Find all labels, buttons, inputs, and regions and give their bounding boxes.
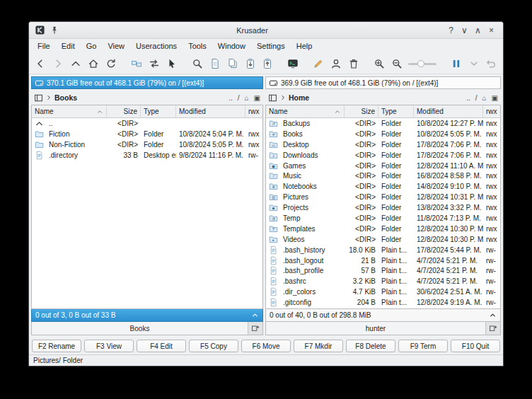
menu-useractions[interactable]: Useractions [130,40,183,52]
panel-media-icon[interactable] [34,93,43,103]
root-mode-button[interactable] [328,55,345,72]
file-row[interactable]: ..<DIR> [32,118,262,129]
file-row[interactable]: ●Games<DIR>Folder12/8/2024 11:10 A. M.rw… [266,161,500,171]
new-tab-button[interactable] [486,322,500,335]
reload-button[interactable] [103,55,120,72]
file-row[interactable]: ≡Books<DIR>Folder10/8/2024 5:05 P. M.rwx [266,129,500,139]
find-button[interactable] [189,55,205,72]
pin-icon[interactable] [49,25,60,36]
popup-panel-button[interactable]: ▣ [254,94,260,102]
back-button[interactable] [33,55,49,72]
rename-button[interactable] [311,55,327,72]
file-row[interactable]: ▭Desktop<DIR>Folder17/8/2024 7:06 P. M.r… [266,139,500,150]
icon-size-slider[interactable] [406,55,439,72]
terminal-button[interactable] [285,55,301,72]
titlebar[interactable]: Krusader ?∨∧× [29,22,503,39]
file-rows[interactable]: ↺Backups<DIR>Folder10/8/2024 12:27 P. M.… [266,118,500,308]
panel-media-icon[interactable] [268,93,277,103]
file-row[interactable]: ▨Pictures<DIR>Folder12/8/2024 10:31 P. M… [266,192,500,202]
file-row[interactable]: Non-Fiction<DIR>Folder10/8/2024 5:05 P. … [32,139,262,150]
f6-button[interactable]: F6 Move [241,340,291,352]
column-header-rwx[interactable]: rwx [483,105,500,117]
disk-usage-bar[interactable]: 369.9 GiB free out of 468.1 GiB (79%) on… [265,76,501,89]
panel-tab[interactable]: hunter [266,322,486,335]
menu-tools[interactable]: Tools [183,40,212,52]
home-dir-button[interactable]: ⌂ [482,94,487,102]
swap-panels-button[interactable] [146,55,163,72]
status-collapse-button[interactable] [251,311,259,319]
maximize-button[interactable]: ∧ [471,25,485,35]
menu-edit[interactable]: Edit [56,40,81,52]
menu-window[interactable]: Window [212,40,251,52]
column-header-type[interactable]: Type [141,105,176,117]
home-dir-button[interactable]: ⌂ [245,94,249,102]
parent-dir-button[interactable]: .. [229,94,233,102]
menu-settings[interactable]: Settings [251,40,291,52]
popup-panel-button[interactable]: ▣ [492,94,498,102]
file-row[interactable]: .bash_history18.0 KiBPlain t...17/8/2024… [266,245,500,255]
column-header-type[interactable]: Type [378,105,414,117]
panel-tab[interactable]: Books [32,322,248,335]
file-row[interactable]: ≣Notebooks<DIR>Folder14/8/2024 9:10 P. M… [266,181,500,192]
f4-button[interactable]: F4 Edit [137,340,186,352]
f7-button[interactable]: F7 Mkdir [294,340,343,352]
status-collapse-button[interactable] [489,311,497,319]
zoom-in-button[interactable] [371,55,388,72]
file-row[interactable]: .bash_profile57 BPlain t...4/7/2024 5:21… [266,265,500,276]
column-header-name[interactable]: Name [266,105,345,117]
menu-file[interactable]: File [32,40,56,52]
help-button[interactable]: ? [444,25,458,35]
root-dir-button[interactable]: / [475,94,478,102]
up-button[interactable] [68,55,84,72]
zoom-out-button[interactable] [388,55,405,72]
f3-button[interactable]: F3 View [84,340,134,352]
minimize-button[interactable]: ∨ [458,25,471,35]
column-header-size[interactable]: Size [345,105,378,117]
copy-to-clipboard-button[interactable] [260,55,276,72]
file-row[interactable]: .directory33 BDesktop en...9/8/2024 11:1… [32,150,262,161]
column-header-modified[interactable]: Modified [414,105,483,117]
new-file-button[interactable] [207,55,223,72]
file-row[interactable]: ♪Music<DIR>Folder16/8/2024 8:58 P. M.rwx [266,170,500,181]
file-row[interactable]: .bashrc3.2 KiBPlain t...4/7/2024 5:21 P.… [266,276,500,287]
close-button[interactable]: × [485,25,498,35]
parent-dir-button[interactable]: .. [466,94,470,102]
menu-view[interactable]: View [102,40,130,52]
start-program-button[interactable] [163,55,180,72]
file-row[interactable]: ↓Downloads<DIR>Folder17/8/2024 7:06 P. M… [266,150,500,161]
file-row[interactable]: ▸Videos<DIR>Folder12/8/2024 10:30 P. M.r… [266,234,500,245]
copy-button[interactable] [224,55,241,72]
f9-button[interactable]: F9 Term [398,340,448,352]
f8-button[interactable]: F8 Delete [346,340,395,352]
disk-usage-bar[interactable]: 370.1 GiB free out of 468.1 GiB (79%) on… [31,76,263,89]
file-row[interactable]: TTemplates<DIR>Folder12/8/2024 10:30 P. … [266,224,500,234]
equal-panels-button[interactable] [129,55,145,72]
column-header-modified[interactable]: Modified [176,105,245,117]
file-row[interactable]: Fiction<DIR>Folder10/8/2024 5:04 P. M.rw… [32,129,262,139]
file-row[interactable]: .bash_logout21 BPlain t...4/7/2024 5:21 … [266,255,500,266]
forward-button[interactable] [50,55,66,72]
column-header-rwx[interactable]: rwx [245,105,262,117]
breadcrumb-current-dir[interactable]: Home [289,93,309,102]
file-row[interactable]: .dir_colors4.7 KiBPlain t...30/6/2024 2:… [266,287,500,297]
undo-button[interactable] [483,55,499,72]
f10-button[interactable]: F10 Quit [451,340,500,352]
root-dir-button[interactable]: / [238,94,240,102]
new-tab-button[interactable] [248,322,262,335]
home-button[interactable] [86,55,102,72]
file-row[interactable]: ◔Temp<DIR>Folder11/8/2024 7:13 P. M.rwx [266,213,500,224]
file-row[interactable]: ↺Backups<DIR>Folder10/8/2024 12:27 P. M.… [266,118,500,129]
file-row[interactable]: .gitconfig204 BPlain t...12/8/2024 9:19 … [266,297,500,308]
breadcrumb-current-dir[interactable]: Books [54,93,77,102]
jobs-menu-button[interactable] [466,55,482,72]
column-header-name[interactable]: Name [32,105,107,117]
paste-button[interactable] [242,55,258,72]
column-header-size[interactable]: Size [107,105,141,117]
f2-button[interactable]: F2 Rename [32,340,81,352]
file-row[interactable]: ◆Projects<DIR>Folder13/8/2024 3:32 P. M.… [266,202,500,213]
delete-button[interactable] [346,55,362,72]
menu-go[interactable]: Go [81,40,103,52]
jobs-pause-button[interactable] [448,55,464,72]
f5-button[interactable]: F5 Copy [189,340,238,352]
menu-help[interactable]: Help [291,40,318,52]
